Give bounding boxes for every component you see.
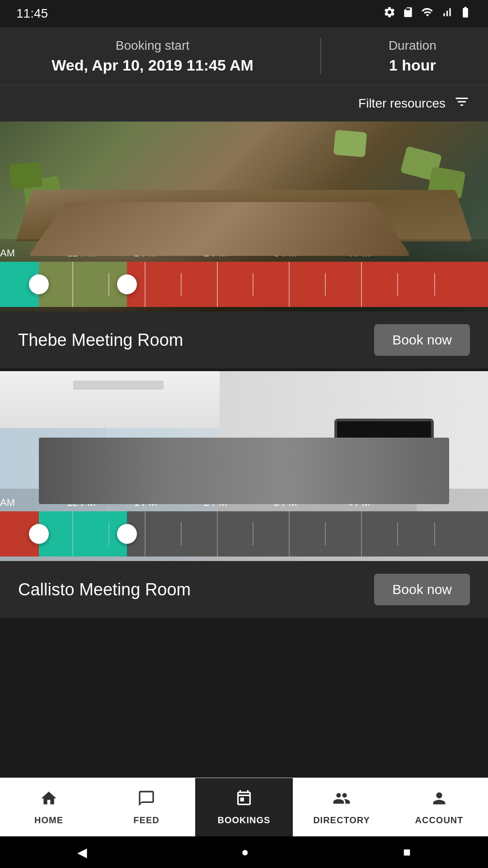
label-12pm-callisto: 12 PM (67, 497, 96, 509)
main-content: AM 12 PM 1 PM 2 PM 3 PM 4 PM (0, 122, 488, 711)
status-time: 11:45 (16, 6, 48, 21)
booking-divider (320, 38, 321, 74)
label-4pm-thebe: 4 PM (347, 247, 370, 259)
nav-item-feed[interactable]: FEED (98, 778, 195, 836)
callisto-timeline-labels: AM 12 PM 1 PM 2 PM 3 PM 4 PM (0, 489, 488, 511)
android-nav: ◀ ● ■ (0, 836, 488, 868)
callisto-handle-left[interactable] (29, 524, 49, 544)
callisto-timeline-bar[interactable] (0, 511, 488, 557)
callisto-room-info: Callisto Meeting Room Book now (0, 561, 488, 618)
callisto-book-now-button[interactable]: Book now (374, 574, 470, 605)
booking-start-label: Booking start (116, 38, 189, 53)
room-card-callisto: AM 12 PM 1 PM 2 PM 3 PM 4 PM (0, 371, 488, 618)
thebe-timeline-overlay: AM 12 PM 1 PM 2 PM 3 PM 4 PM (0, 239, 488, 311)
label-1pm-thebe: 1 PM (134, 247, 157, 259)
battery-icon (459, 6, 472, 21)
status-icons (383, 6, 472, 21)
feed-label: FEED (133, 815, 159, 826)
home-icon (40, 789, 58, 811)
filter-bar[interactable]: Filter resources (0, 85, 488, 122)
booking-start-section: Booking start Wed, Apr 10, 2019 11:45 AM (52, 38, 253, 74)
label-3pm-thebe: 3 PM (274, 247, 297, 259)
room-image-thebe: AM 12 PM 1 PM 2 PM 3 PM 4 PM (0, 122, 488, 311)
settings-icon (383, 6, 396, 21)
room-card-thebe: AM 12 PM 1 PM 2 PM 3 PM 4 PM (0, 122, 488, 368)
label-3pm-callisto: 3 PM (274, 497, 297, 509)
home-label: HOME (34, 815, 63, 826)
booking-duration-section: Duration 1 hour (389, 38, 436, 74)
android-back-button[interactable]: ◀ (77, 845, 87, 860)
thebe-book-now-button[interactable]: Book now (374, 324, 470, 356)
thebe-timeline-bar[interactable] (0, 262, 488, 307)
status-bar: 11:45 (0, 0, 488, 27)
room-image-callisto: AM 12 PM 1 PM 2 PM 3 PM 4 PM (0, 371, 488, 561)
callisto-handle-right[interactable] (117, 524, 137, 544)
label-4pm-callisto: 4 PM (347, 497, 370, 509)
nav-item-directory[interactable]: DIRECTORY (293, 778, 390, 836)
android-home-button[interactable]: ● (241, 845, 249, 859)
callisto-tv (334, 419, 434, 477)
wifi-icon (420, 6, 435, 21)
label-am-callisto: AM (0, 497, 15, 509)
label-am-thebe: AM (0, 247, 15, 259)
label-1pm-callisto: 1 PM (134, 497, 157, 509)
booking-header: Booking start Wed, Apr 10, 2019 11:45 AM… (0, 27, 488, 85)
booking-duration-value: 1 hour (389, 57, 436, 74)
thebe-olive-seg (39, 262, 127, 307)
nav-item-account[interactable]: ACCOUNT (390, 778, 488, 836)
bookings-label: BOOKINGS (218, 815, 271, 826)
sdcard-icon (402, 6, 414, 21)
thebe-room-name: Thebe Meeting Room (18, 330, 183, 350)
label-2pm-thebe: 2 PM (204, 247, 227, 259)
label-2pm-callisto: 2 PM (204, 497, 227, 509)
account-icon (430, 789, 448, 811)
booking-start-value: Wed, Apr 10, 2019 11:45 AM (52, 57, 253, 74)
android-recents-button[interactable]: ■ (403, 845, 411, 859)
callisto-room-name: Callisto Meeting Room (18, 580, 191, 599)
nav-item-bookings[interactable]: BOOKINGS (195, 778, 293, 836)
bottom-nav: HOME FEED BOOKINGS DIRECTORY (0, 778, 488, 836)
callisto-teal-seg (39, 511, 127, 557)
filter-label: Filter resources (358, 96, 446, 111)
nav-item-home[interactable]: HOME (0, 778, 98, 836)
thebe-handle-right[interactable] (117, 274, 137, 294)
booking-duration-label: Duration (389, 38, 436, 53)
thebe-room-info: Thebe Meeting Room Book now (0, 311, 488, 368)
bookings-icon (235, 789, 253, 811)
label-12pm-thebe: 12 PM (67, 247, 96, 259)
callisto-timeline-overlay: AM 12 PM 1 PM 2 PM 3 PM 4 PM (0, 489, 488, 561)
feed-icon (137, 789, 155, 811)
account-label: ACCOUNT (415, 815, 464, 826)
filter-icon[interactable] (454, 94, 470, 113)
directory-label: DIRECTORY (313, 815, 370, 826)
thebe-handle-left[interactable] (29, 274, 49, 294)
directory-icon (333, 789, 351, 811)
thebe-timeline-labels: AM 12 PM 1 PM 2 PM 3 PM 4 PM (0, 239, 488, 262)
signal-icon (441, 6, 453, 21)
